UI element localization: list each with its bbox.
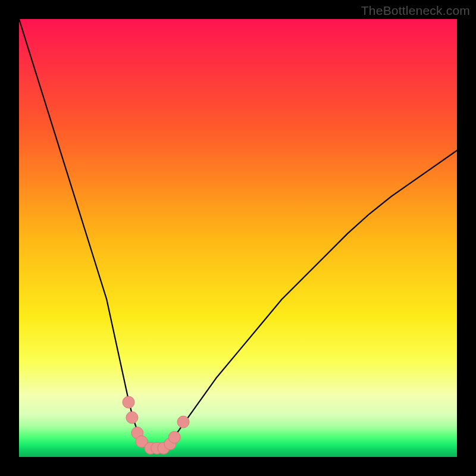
watermark-text: TheBottleneck.com: [361, 4, 470, 18]
curve-layer: [19, 19, 457, 457]
datapoint-markers: [123, 396, 189, 454]
marker-right-2: [168, 431, 180, 443]
marker-left-1: [123, 396, 134, 408]
bottleneck-curve: [19, 19, 457, 448]
plot-area: [19, 19, 457, 457]
chart-frame: TheBottleneck.com: [0, 0, 476, 476]
marker-right-3: [177, 416, 189, 428]
marker-left-2: [126, 412, 138, 424]
